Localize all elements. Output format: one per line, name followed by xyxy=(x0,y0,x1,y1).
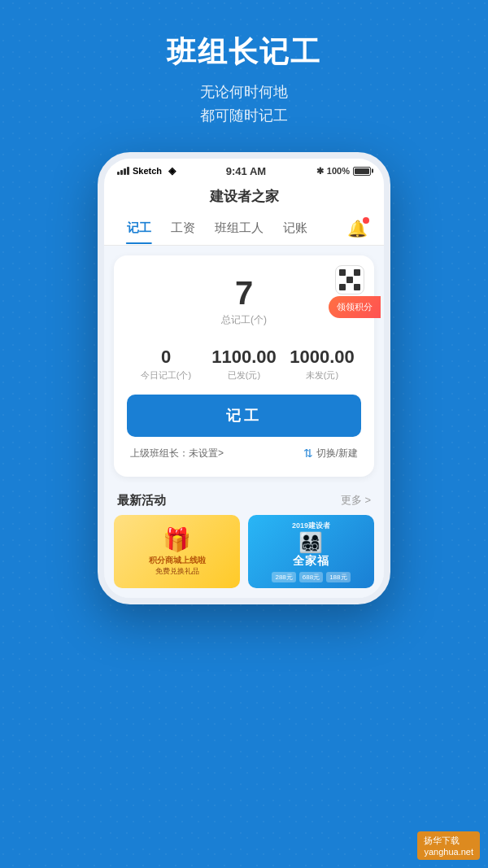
card1-subtitle: 免费兑换礼品 xyxy=(155,566,199,577)
today-value: 0 xyxy=(127,347,205,368)
bluetooth-icon: ✱ xyxy=(316,166,324,177)
gift-icon: 🎁 xyxy=(163,526,191,553)
total-stat: 7 总记工(个) xyxy=(127,268,361,340)
stats-row: 0 今日记工(个) 1100.00 已发(元) 1000.00 未发(元) xyxy=(127,340,361,395)
status-left: Sketch ◈ xyxy=(117,165,176,177)
tab-gongzi[interactable]: 工资 xyxy=(161,212,205,244)
card1-title: 积分商城上线啦 xyxy=(149,555,206,566)
phone-screen: Sketch ◈ 9:41 AM ✱ 100% 建设者之家 记工 工资 xyxy=(98,152,390,604)
qr-button[interactable] xyxy=(335,265,364,294)
price-3: 188元 xyxy=(326,572,350,582)
paid-value: 1100.00 xyxy=(205,347,283,368)
unpaid-label: 未发(元) xyxy=(283,369,361,382)
price-2: 688元 xyxy=(299,572,323,582)
signal-bar-1 xyxy=(117,172,120,175)
claim-points-button[interactable]: 领领积分 xyxy=(329,296,381,318)
price-1: 288元 xyxy=(272,572,295,582)
supervisor-text[interactable]: 上级班组长：未设置> xyxy=(130,447,224,460)
unpaid-value: 1000.00 xyxy=(283,347,361,368)
total-value: 7 xyxy=(127,275,361,312)
battery-percent: 100% xyxy=(327,166,350,176)
nav-title: 建设者之家 xyxy=(117,187,371,212)
activities-section: 最新活动 更多 > 🎁 积分商城上线啦 免费兑换礼品 2019建设者 � xyxy=(114,486,374,588)
total-label: 总记工(个) xyxy=(127,313,361,327)
paid-label: 已发(元) xyxy=(205,369,283,382)
status-time: 9:41 AM xyxy=(226,165,266,177)
main-content: 领领积分 7 总记工(个) 0 今日记工(个) 1100.00 已发(元) xyxy=(104,246,384,598)
carrier-name: Sketch xyxy=(133,166,162,176)
stats-card: 领领积分 7 总记工(个) 0 今日记工(个) 1100.00 已发(元) xyxy=(114,255,374,477)
activity-cards: 🎁 积分商城上线啦 免费兑换礼品 2019建设者 👨‍👩‍👧‍👦 全家福 288… xyxy=(114,515,374,588)
notification-dot xyxy=(363,217,369,224)
record-button[interactable]: 记工 xyxy=(127,395,361,437)
today-label: 今日记工(个) xyxy=(127,369,205,382)
tab-jizhang[interactable]: 记账 xyxy=(273,212,317,244)
section-header: 最新活动 更多 > xyxy=(114,486,374,515)
header-section: 班组长记工 无论何时何地 都可随时记工 xyxy=(0,0,488,144)
signal-bar-3 xyxy=(124,168,126,175)
paid-stat: 1100.00 已发(元) xyxy=(205,347,283,382)
today-stat: 0 今日记工(个) xyxy=(127,347,205,382)
switch-label: 切换/新建 xyxy=(316,447,358,460)
card2-year: 2019建设者 xyxy=(292,521,330,531)
activity-card-2[interactable]: 2019建设者 👨‍👩‍👧‍👦 全家福 288元 688元 188元 xyxy=(248,515,374,588)
qr-icon xyxy=(339,269,360,290)
watermark-name: 扬华下载 xyxy=(424,835,473,847)
tab-banzugongren[interactable]: 班组工人 xyxy=(205,212,273,244)
notification-bell[interactable]: 🔔 xyxy=(344,212,371,245)
section-title: 最新活动 xyxy=(117,493,166,508)
status-bar: Sketch ◈ 9:41 AM ✱ 100% xyxy=(104,159,384,181)
footer-info: 上级班组长：未设置> ⇅ 切换/新建 xyxy=(127,437,361,464)
card2-content: 2019建设者 👨‍👩‍👧‍👦 全家福 288元 688元 188元 xyxy=(272,521,350,582)
signal-bar-4 xyxy=(127,167,129,175)
status-right: ✱ 100% xyxy=(316,166,371,177)
battery-fill xyxy=(355,168,369,174)
unpaid-stat: 1000.00 未发(元) xyxy=(283,347,361,382)
record-button-label: 记工 xyxy=(226,408,262,424)
phone-mockup: Sketch ◈ 9:41 AM ✱ 100% 建设者之家 记工 工资 xyxy=(0,152,488,604)
watermark-site: yanghua.net xyxy=(424,847,473,857)
people-icon: 👨‍👩‍👧‍👦 xyxy=(298,531,323,554)
card2-prices: 288元 688元 188元 xyxy=(272,572,350,582)
wifi-icon: ◈ xyxy=(168,165,176,177)
tab-bar: 记工 工资 班组工人 记账 🔔 xyxy=(104,212,384,246)
claim-points-label: 领领积分 xyxy=(337,302,373,312)
signal-bars xyxy=(117,167,129,175)
switch-button[interactable]: ⇅ 切换/新建 xyxy=(303,447,358,460)
watermark: 扬华下载 yanghua.net xyxy=(417,831,480,860)
battery-icon xyxy=(353,167,371,176)
nav-bar: 建设者之家 xyxy=(104,181,384,212)
tab-jigong[interactable]: 记工 xyxy=(117,212,161,244)
activity-card-1[interactable]: 🎁 积分商城上线啦 免费兑换礼品 xyxy=(114,515,240,588)
signal-bar-2 xyxy=(120,170,123,175)
card2-main: 全家福 xyxy=(293,554,329,569)
page-title: 班组长记工 xyxy=(0,33,488,72)
switch-icon: ⇅ xyxy=(303,447,313,460)
page-subtitle: 无论何时何地 都可随时记工 xyxy=(0,81,488,128)
more-link[interactable]: 更多 > xyxy=(341,493,371,508)
